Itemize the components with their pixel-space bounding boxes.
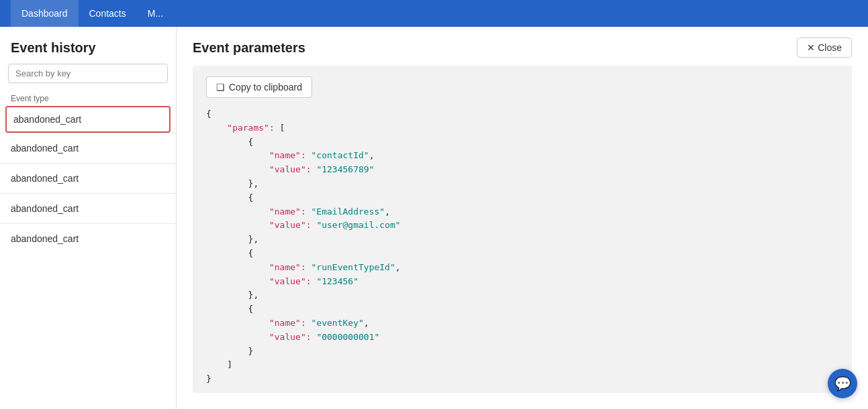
list-item[interactable]: abandoned_cart	[0, 163, 176, 193]
search-input[interactable]	[8, 64, 168, 83]
list-item-label: abandoned_cart	[11, 173, 79, 184]
list-item-label: abandoned_cart	[11, 143, 79, 154]
modal-title: Event parameters	[193, 40, 305, 56]
list-item[interactable]: abandoned_cart	[0, 193, 176, 223]
top-navigation: Dashboard Contacts M...	[0, 0, 868, 27]
filter-label: Event type	[0, 90, 176, 106]
list-item[interactable]: abandoned_cart	[0, 133, 176, 163]
main-layout: Event history Event type abandoned_cart …	[0, 27, 868, 409]
close-label: Close	[818, 42, 842, 53]
copy-label: Copy to clipboard	[229, 82, 302, 93]
nav-dashboard[interactable]: Dashboard	[11, 0, 79, 27]
nav-contacts[interactable]: Contacts	[79, 0, 137, 27]
list-item[interactable]: abandoned_cart	[0, 223, 176, 253]
json-display: { "params": [ { "name": "contactId", "va…	[206, 107, 838, 386]
sidebar: Event history Event type abandoned_cart …	[0, 27, 177, 409]
modal-header: Event parameters ✕ Close	[177, 27, 868, 66]
list-item-label: abandoned_cart	[13, 114, 81, 125]
close-button[interactable]: ✕ Close	[797, 38, 852, 58]
nav-more[interactable]: M...	[137, 0, 174, 27]
chat-bubble[interactable]: 💬	[828, 369, 857, 398]
modal-area: Event parameters ✕ Close ❏ Copy to clipb…	[177, 27, 868, 409]
chat-icon: 💬	[834, 375, 851, 392]
list-item-label: abandoned_cart	[11, 233, 79, 244]
sidebar-title: Event history	[0, 27, 176, 64]
close-icon: ✕	[807, 42, 815, 53]
copy-icon: ❏	[216, 82, 225, 93]
copy-to-clipboard-button[interactable]: ❏ Copy to clipboard	[206, 76, 312, 98]
list-item[interactable]: abandoned_cart	[5, 106, 171, 133]
list-item-label: abandoned_cart	[11, 203, 79, 214]
modal-content: ❏ Copy to clipboard { "params": [ { "nam…	[193, 66, 852, 393]
